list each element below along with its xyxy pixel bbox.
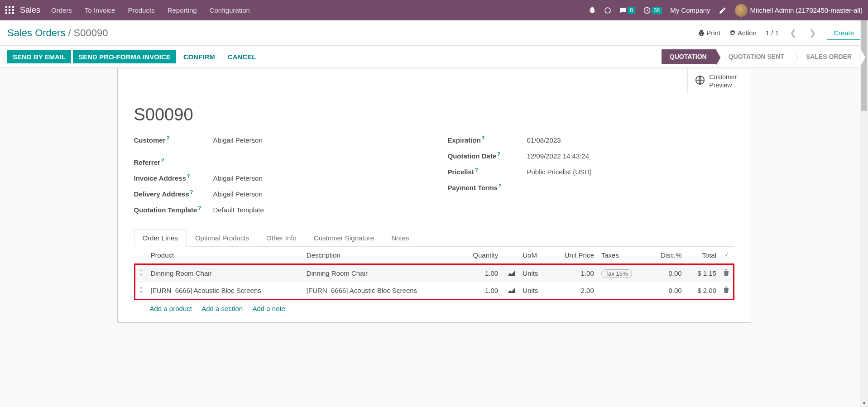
user-name: Mitchell Admin (21702450-master-all): [750, 6, 863, 14]
cell-taxes[interactable]: Tax 15%: [598, 264, 648, 282]
help-icon[interactable]: ?: [499, 183, 502, 188]
stage-quotation-sent[interactable]: QUOTATION SENT: [716, 49, 793, 64]
label-customer: Customer?: [134, 135, 213, 144]
value-expiration[interactable]: 01/08/2023: [527, 136, 561, 144]
help-icon[interactable]: ?: [167, 135, 170, 141]
status-stages: QUOTATION QUOTATION SENT SALES ORDER: [662, 49, 861, 64]
label-quotation-template: Quotation Template?: [134, 205, 213, 214]
activities-icon[interactable]: 38: [643, 7, 662, 14]
cell-taxes[interactable]: [598, 282, 648, 300]
activities-badge: 38: [652, 7, 662, 14]
print-button[interactable]: Print: [698, 29, 720, 37]
nav-to-invoice[interactable]: To Invoice: [85, 6, 115, 14]
apps-icon[interactable]: [5, 6, 14, 15]
cell-product[interactable]: [FURN_6666] Acoustic Bloc Screens: [147, 282, 303, 300]
delete-row-button[interactable]: [720, 264, 734, 282]
user-menu[interactable]: Mitchell Admin (21702450-master-all): [735, 4, 863, 17]
value-invoice-address[interactable]: Abigail Peterson: [213, 174, 263, 182]
send-email-button[interactable]: SEND BY EMAIL: [7, 50, 71, 63]
action-button[interactable]: Action: [729, 29, 757, 37]
cell-unit-price[interactable]: 1.00: [549, 264, 598, 282]
nav-reporting[interactable]: Reporting: [168, 6, 197, 14]
help-icon[interactable]: ?: [190, 189, 193, 195]
help-icon[interactable]: ?: [482, 135, 485, 141]
breadcrumb-root[interactable]: Sales Orders: [7, 27, 65, 39]
stage-quotation[interactable]: QUOTATION: [662, 49, 716, 64]
company-switch[interactable]: My Company: [670, 6, 710, 14]
label-delivery-address: Delivery Address?: [134, 189, 213, 198]
control-bar: Sales Orders / S00090 Print Action 1 / 1…: [0, 20, 868, 46]
messages-badge: 8: [628, 7, 635, 14]
cell-unit-price[interactable]: 2.00: [549, 282, 598, 300]
cell-total: $ 2.00: [686, 282, 720, 300]
app-brand[interactable]: Sales: [20, 5, 40, 15]
line-footer: Add a product Add a section Add a note: [134, 300, 734, 317]
nav-products[interactable]: Products: [128, 6, 154, 14]
add-note-link[interactable]: Add a note: [253, 305, 286, 312]
tab-other-info[interactable]: Other Info: [258, 229, 305, 247]
cell-uom[interactable]: Units: [519, 282, 549, 300]
add-product-link[interactable]: Add a product: [150, 305, 192, 312]
tab-customer-signature[interactable]: Customer Signature: [305, 229, 383, 247]
tools-icon[interactable]: [719, 6, 727, 14]
value-quotation-date[interactable]: 12/09/2022 14:43:24: [527, 152, 590, 160]
cell-disc[interactable]: 0.00: [648, 282, 686, 300]
th-options[interactable]: [720, 247, 734, 264]
forecast-icon[interactable]: [502, 282, 519, 300]
nav-orders[interactable]: Orders: [51, 6, 72, 14]
help-icon[interactable]: ?: [475, 167, 478, 172]
value-delivery-address[interactable]: Abigail Peterson: [213, 190, 263, 198]
value-pricelist[interactable]: Public Pricelist (USD): [527, 168, 592, 176]
tab-notes[interactable]: Notes: [383, 229, 417, 247]
scrollbar[interactable]: ▲ ▼: [860, 20, 868, 323]
breadcrumb-current: S00090: [74, 27, 108, 39]
cell-quantity[interactable]: 1.00: [459, 264, 502, 282]
confirm-button[interactable]: CONFIRM: [178, 50, 221, 63]
cell-quantity[interactable]: 1.00: [459, 282, 502, 300]
button-box: Customer Preview: [118, 68, 751, 94]
forecast-icon[interactable]: [502, 264, 519, 282]
pager: 1 / 1: [766, 29, 779, 37]
th-total: Total: [686, 247, 720, 264]
cell-uom[interactable]: Units: [519, 264, 549, 282]
scroll-thumb[interactable]: [861, 20, 867, 111]
messages-icon[interactable]: 8: [619, 7, 635, 14]
send-proforma-button[interactable]: SEND PRO-FORMA INVOICE: [73, 50, 176, 63]
cell-disc[interactable]: 0.00: [648, 264, 686, 282]
tab-order-lines[interactable]: Order Lines: [134, 229, 187, 247]
table-row[interactable]: Dinning Room Chair Dinning Room Chair 1.…: [134, 264, 734, 282]
label-quotation-date: Quotation Date?: [448, 151, 527, 160]
debug-icon[interactable]: [589, 7, 596, 14]
pager-prev[interactable]: ❮: [788, 28, 798, 38]
label-pricelist: Pricelist?: [448, 167, 527, 176]
value-customer[interactable]: Abigail Peterson: [213, 136, 263, 144]
cell-description[interactable]: [FURN_6666] Acoustic Bloc Screens: [303, 282, 459, 300]
help-icon[interactable]: ?: [187, 173, 190, 179]
help-icon[interactable]: ?: [497, 151, 500, 157]
tabs: Order Lines Optional Products Other Info…: [134, 229, 734, 247]
support-icon[interactable]: [604, 7, 611, 14]
tab-optional-products[interactable]: Optional Products: [187, 229, 258, 247]
delete-row-button[interactable]: [720, 282, 734, 300]
nav-menu: Orders To Invoice Products Reporting Con…: [51, 6, 589, 14]
drag-handle-icon[interactable]: [134, 282, 147, 300]
stage-sales-order[interactable]: SALES ORDER: [793, 49, 861, 64]
create-button[interactable]: Create: [827, 26, 861, 40]
print-icon: [698, 30, 705, 36]
customer-preview-l2: Preview: [710, 81, 737, 89]
drag-handle-icon[interactable]: [134, 264, 147, 282]
th-quantity: Quantity: [459, 247, 502, 264]
cancel-button[interactable]: CANCEL: [222, 50, 262, 63]
cell-description[interactable]: Dinning Room Chair: [303, 264, 459, 282]
cell-product[interactable]: Dinning Room Chair: [147, 264, 303, 282]
table-row[interactable]: [FURN_6666] Acoustic Bloc Screens [FURN_…: [134, 282, 734, 300]
customer-preview-l1: Customer: [710, 73, 737, 81]
value-quotation-template[interactable]: Default Template: [213, 206, 264, 214]
help-icon[interactable]: ?: [161, 158, 164, 163]
customer-preview-button[interactable]: Customer Preview: [687, 68, 751, 94]
help-icon[interactable]: ?: [198, 205, 201, 211]
nav-configuration[interactable]: Configuration: [210, 6, 250, 14]
pager-next[interactable]: ❯: [807, 28, 818, 38]
add-section-link[interactable]: Add a section: [201, 305, 243, 312]
th-uom: UoM: [519, 247, 549, 264]
